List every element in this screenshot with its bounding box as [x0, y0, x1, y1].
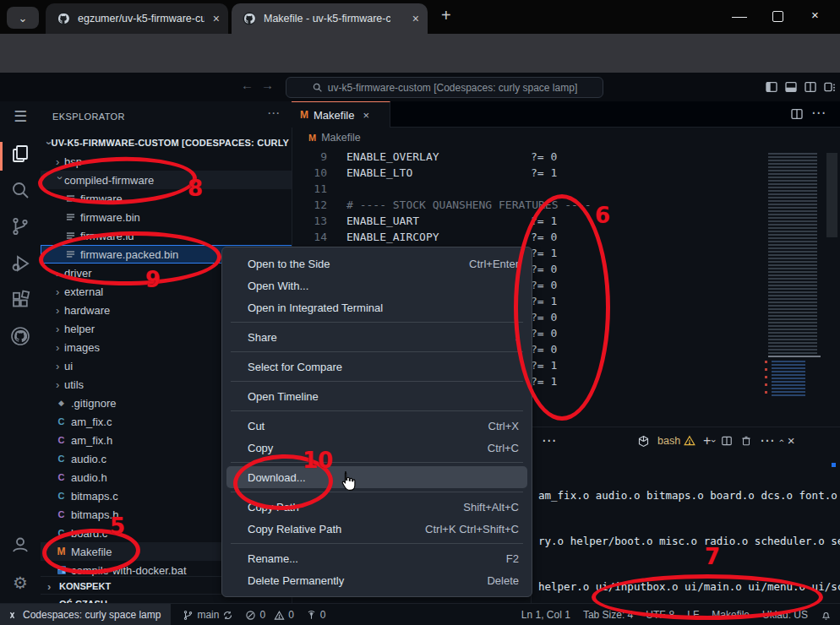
terminal-line: helper.o ui/inputbox.o ui/main.o ui/menu… — [538, 579, 837, 595]
tree-item-compiled-firmware[interactable]: › compiled-firmware — [41, 171, 292, 189]
browser-tab-makefile[interactable]: Makefile - uv-k5-firmware-cust × — [232, 3, 428, 34]
minimap[interactable] — [765, 153, 824, 398]
branch-indicator[interactable]: main — [183, 609, 233, 621]
menu-item-cut[interactable]: CutCtrl+X — [222, 415, 532, 437]
bash-cube-icon — [637, 435, 650, 448]
menu-item-open-with[interactable]: Open With... — [222, 274, 532, 296]
run-debug-icon[interactable] — [10, 253, 30, 274]
trash-icon[interactable] — [740, 435, 752, 447]
menu-item-open-to-the-side[interactable]: Open to the SideCtrl+Enter — [222, 253, 532, 274]
toggle-panel-icon[interactable] — [784, 80, 798, 94]
window-close-button[interactable]: × — [811, 8, 819, 22]
cursor-position[interactable]: Ln 1, Col 1 — [521, 609, 570, 621]
menu-item-rename[interactable]: Rename...F2 — [222, 547, 532, 569]
extensions-view-icon[interactable] — [10, 290, 30, 310]
tree-item-firmware[interactable]: firmware — [41, 189, 292, 208]
github-view-icon[interactable] — [10, 326, 30, 346]
search-view-icon[interactable] — [10, 180, 30, 200]
menu-hamburger-icon[interactable]: ☰ — [10, 108, 30, 128]
editor-tab-makefile[interactable]: M Makefile × — [292, 101, 390, 128]
history-back-icon[interactable]: ← — [241, 78, 254, 92]
makefile-icon: M — [300, 109, 308, 121]
tab-search-button[interactable]: ⌄ — [7, 7, 39, 29]
settings-gear-icon[interactable]: ⚙ — [10, 574, 30, 595]
window-maximize-button[interactable] — [772, 11, 783, 22]
makefile-icon: M — [308, 133, 316, 143]
tab-close-icon[interactable]: × — [412, 12, 419, 25]
tree-item-firmware-ld[interactable]: firmware.ld — [41, 226, 292, 245]
code-line: 14ENABLE_AIRCOPY?= 0 — [292, 229, 840, 245]
language-mode[interactable]: Makefile — [712, 609, 750, 621]
chevron-right-icon: › — [56, 360, 64, 372]
bell-icon[interactable] — [821, 610, 832, 621]
github-favicon — [56, 11, 71, 26]
terminal-output: am_fix.o audio.o bitmaps.o board.o dcs.o… — [538, 458, 837, 625]
chevron-right-icon: › — [56, 155, 64, 168]
tab-size[interactable]: Tab Size: 4 — [583, 609, 633, 621]
submenu-arrow-icon: › — [515, 331, 519, 344]
sync-icon[interactable] — [222, 610, 233, 621]
menu-item-select-for-compare[interactable]: Select for Compare — [222, 356, 532, 378]
terminal-panel[interactable]: ⋯ bash + › ⋯ › × — [531, 427, 840, 604]
terminal-dropdown-icon[interactable]: › — [706, 439, 723, 443]
split-editor-icon[interactable] — [790, 107, 804, 121]
bat-file-icon — [57, 565, 67, 575]
file-icon — [66, 193, 75, 204]
c-file-icon: C — [56, 528, 67, 538]
window-minimize-button[interactable] — [732, 17, 747, 18]
tab-close-icon[interactable]: × — [363, 109, 369, 122]
toggle-secondary-sidebar-icon[interactable] — [804, 80, 817, 94]
remote-icon — [7, 610, 18, 621]
ports-indicator[interactable]: 0 — [306, 609, 326, 621]
tree-root[interactable]: › UV-K5-FIRMWARE-CUSTOM [CODESPACES: CUR… — [41, 133, 292, 152]
editor-tab-bar: M Makefile × ⋯ — [292, 101, 840, 128]
remote-label: Codespaces: curly space lamp — [23, 609, 161, 621]
keyboard-layout[interactable]: Układ: US — [762, 609, 808, 621]
terminal-header: ⋯ bash + › ⋯ › × — [532, 427, 840, 454]
source-control-icon[interactable] — [10, 216, 30, 236]
panel-maximize-icon[interactable]: › — [772, 439, 789, 443]
code-line: 10ENABLE_LTO?= 1 — [292, 165, 840, 181]
editor-more-icon[interactable]: ⋯ — [811, 105, 826, 122]
customize-layout-icon[interactable] — [823, 80, 837, 94]
h-file-icon: C — [56, 472, 67, 482]
breadcrumb-label: Makefile — [321, 132, 361, 144]
branch-label: main — [197, 609, 219, 621]
h-file-icon: C — [56, 435, 67, 445]
menu-item-download[interactable]: Download... — [226, 466, 527, 488]
command-center-search[interactable]: uv-k5-firmware-custom [Codespaces: curly… — [286, 77, 603, 98]
explorer-files-icon[interactable] — [10, 144, 30, 164]
chevron-right-icon: › — [56, 267, 64, 280]
menu-item-copy[interactable]: CopyCtrl+C — [222, 437, 532, 459]
tree-item-bsp[interactable]: › bsp — [41, 152, 292, 171]
explorer-more-icon[interactable]: ⋯ — [267, 105, 280, 122]
search-icon — [312, 82, 323, 93]
menu-item-open-in-integrated-terminal[interactable]: Open in Integrated Terminal — [222, 296, 532, 318]
code-line: 12# ---- STOCK QUANSHENG FERATURES ---- — [292, 197, 840, 213]
menu-item-copy-path[interactable]: Copy PathShift+Alt+C — [222, 496, 532, 518]
account-icon[interactable] — [10, 535, 30, 555]
toggle-sidebar-icon[interactable] — [765, 80, 778, 94]
menu-item-copy-relative-path[interactable]: Copy Relative PathCtrl+K Ctrl+Shift+C — [222, 518, 532, 540]
menu-item-share[interactable]: Share› — [222, 326, 532, 348]
menu-item-open-timeline[interactable]: Open Timeline — [222, 385, 532, 407]
errors-count: 0 — [259, 609, 265, 621]
menu-separator — [231, 322, 523, 323]
menu-item-delete-permanently[interactable]: Delete PermanentlyDelete — [222, 569, 532, 591]
remote-indicator[interactable]: Codespaces: curly space lamp — [0, 604, 171, 625]
split-terminal-icon[interactable] — [721, 435, 733, 447]
history-forward-icon[interactable]: → — [261, 78, 274, 92]
new-tab-button[interactable]: + — [441, 7, 451, 24]
breadcrumb[interactable]: M Makefile — [292, 127, 840, 149]
tab-close-icon[interactable]: × — [213, 12, 220, 25]
editor-scrollbar[interactable] — [826, 153, 837, 237]
browser-tab-github-repo[interactable]: egzumer/uv-k5-firmware-custo × — [46, 3, 228, 34]
terminal-more-left-icon[interactable]: ⋯ — [542, 432, 556, 449]
eol[interactable]: LF — [687, 609, 699, 621]
active-view-indicator — [0, 142, 3, 171]
makefile-icon: M — [56, 546, 67, 557]
encoding[interactable]: UTF-8 — [646, 609, 674, 621]
tree-item-firmware-bin[interactable]: firmware.bin — [41, 208, 292, 226]
terminal-shell-label[interactable]: bash — [657, 435, 680, 447]
problems-indicator[interactable]: 0 0 — [245, 609, 293, 621]
